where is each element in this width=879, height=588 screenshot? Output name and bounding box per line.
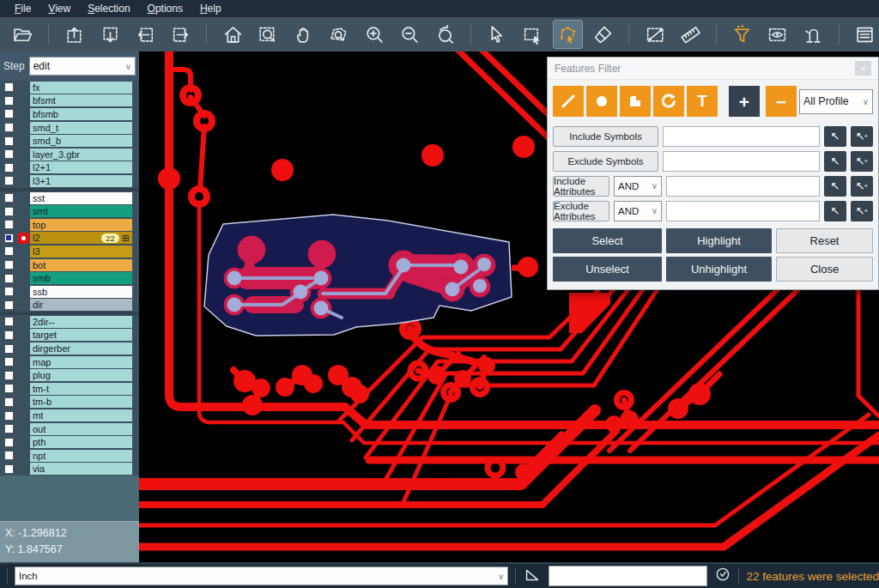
filter-shape-surface-icon[interactable]	[620, 86, 651, 117]
layer-checkbox[interactable]	[4, 330, 14, 340]
step-select[interactable]: edit ∨	[29, 57, 136, 76]
send-right-icon[interactable]	[167, 21, 195, 48]
layer-checkbox[interactable]	[4, 287, 14, 296]
select-button[interactable]: Select	[553, 228, 662, 253]
layer-checkbox[interactable]	[4, 451, 14, 460]
layer-checkbox[interactable]	[4, 397, 14, 407]
panel-list-icon[interactable]	[851, 21, 879, 48]
snap-magnet-icon[interactable]	[799, 21, 827, 48]
layer-checkbox[interactable]	[4, 207, 14, 216]
zoom-in-icon[interactable]	[361, 21, 389, 48]
send-left-icon[interactable]	[131, 21, 160, 48]
layer-name-smb[interactable]: smb	[30, 272, 132, 284]
home-view-icon[interactable]	[218, 21, 246, 48]
layer-checkbox[interactable]	[4, 344, 14, 354]
layer-name-tm-b[interactable]: tm-b	[30, 396, 132, 408]
include-attributes-input[interactable]	[666, 176, 820, 197]
layer-checkbox[interactable]	[4, 193, 14, 203]
view-options-icon[interactable]	[763, 21, 791, 48]
exclude-attributes-pick-icon[interactable]: ↖	[824, 201, 846, 221]
layer-name-sst[interactable]: sst	[30, 192, 132, 204]
brush-icon[interactable]	[589, 21, 617, 48]
include-attributes-pick-icon[interactable]: ↖	[824, 176, 846, 197]
layer-checkbox[interactable]	[4, 220, 14, 229]
measure-distance-icon[interactable]	[640, 21, 669, 48]
filter-shape-text-icon[interactable]: T	[687, 86, 718, 117]
layer-checkbox[interactable]	[4, 424, 14, 433]
layer-name-l2+1[interactable]: l2+1	[30, 161, 132, 173]
layer-name-l3+1[interactable]: l3+1	[30, 175, 132, 187]
refresh-status-icon[interactable]	[714, 566, 731, 586]
exclude-symbols-input[interactable]	[663, 151, 820, 172]
layer-checkbox[interactable]	[4, 96, 14, 106]
profile-select[interactable]: All Profile∨	[799, 89, 873, 114]
unit-select[interactable]: Inch ∨	[15, 567, 508, 585]
layer-name-ssb[interactable]: ssb	[30, 286, 132, 298]
layer-checkbox[interactable]	[4, 136, 14, 146]
layer-checkbox[interactable]	[4, 233, 14, 243]
layer-name-l3[interactable]: l3	[30, 246, 132, 258]
include-symbols-pick-icon[interactable]: ↖	[824, 126, 846, 147]
dialog-title-bar[interactable]: Features Filter ×	[548, 58, 878, 80]
exclude-symbols-pick-add-icon[interactable]: ↖+	[851, 151, 873, 172]
zoom-area-icon[interactable]	[254, 21, 282, 48]
menu-help[interactable]: Help	[192, 1, 229, 16]
layer-checkbox[interactable]	[4, 371, 14, 380]
layer-name-mt[interactable]: mt	[30, 409, 132, 421]
layer-name-smt[interactable]: smt	[30, 205, 132, 217]
layer-checkbox[interactable]	[4, 357, 14, 367]
corner-angle-icon[interactable]	[523, 565, 542, 587]
menu-view[interactable]: View	[40, 1, 78, 16]
layer-checkbox[interactable]	[4, 260, 14, 270]
reset-button[interactable]: Reset	[776, 228, 873, 253]
layer-checkbox[interactable]	[4, 438, 14, 447]
include-symbols-input[interactable]	[663, 126, 820, 147]
layer-name-bfsmb[interactable]: bfsmb	[30, 108, 132, 120]
close-icon[interactable]: ×	[855, 61, 871, 76]
include-symbols-pick-add-icon[interactable]: ↖+	[851, 126, 873, 147]
layer-name-smd_t[interactable]: smd_t	[30, 122, 132, 134]
send-down-icon[interactable]	[96, 21, 124, 48]
zoom-polygon-icon[interactable]	[324, 21, 353, 48]
layer-name-fx[interactable]: fx	[30, 82, 132, 94]
grid-icon[interactable]: ⊞	[122, 232, 130, 244]
layer-name-bfsmt[interactable]: bfsmt	[30, 94, 132, 106]
layer-name-tm-t[interactable]: tm-t	[30, 383, 132, 395]
command-input[interactable]	[549, 566, 707, 586]
layer-name-smd_b[interactable]: smd_b	[30, 135, 132, 147]
layer-checkbox[interactable]	[4, 82, 14, 92]
layer-name-target[interactable]: target	[30, 329, 132, 341]
layer-checkbox[interactable]	[4, 149, 14, 159]
layer-checkbox[interactable]	[4, 123, 14, 132]
exclude-symbols-button[interactable]: Exclude Symbols	[553, 151, 658, 172]
close-button[interactable]: Close	[776, 257, 873, 282]
send-up-icon[interactable]	[60, 21, 88, 48]
layer-name-npt[interactable]: npt	[30, 450, 132, 462]
polygon-select-icon[interactable]	[554, 21, 582, 48]
layer-name-pth[interactable]: pth	[30, 436, 132, 448]
zoom-out-icon[interactable]	[396, 21, 424, 48]
unselect-button[interactable]: Unselect	[553, 257, 662, 282]
menu-options[interactable]: Options	[140, 1, 191, 16]
layer-checkbox[interactable]	[4, 274, 14, 283]
exclude-attributes-pick-add-icon[interactable]: ↖+	[851, 201, 873, 221]
layer-name-dir[interactable]: dir	[30, 299, 132, 311]
polarity-positive-button[interactable]: +	[729, 86, 760, 117]
filter-shape-line-icon[interactable]	[553, 86, 584, 117]
layer-checkbox[interactable]	[4, 300, 14, 310]
layer-name-dirgerber[interactable]: dirgerber	[30, 342, 132, 355]
exclude-symbols-pick-icon[interactable]: ↖	[824, 151, 846, 172]
layer-checkbox[interactable]	[4, 317, 14, 326]
layer-checkbox[interactable]	[4, 163, 14, 173]
layer-name-out[interactable]: out	[30, 423, 132, 435]
layer-name-map[interactable]: map	[30, 356, 132, 368]
menu-selection[interactable]: Selection	[80, 1, 137, 16]
exclude-attributes-button[interactable]: Exclude Attributes	[553, 201, 609, 221]
rect-select-icon[interactable]	[518, 21, 547, 48]
unhighlight-button[interactable]: Unhighlight	[666, 257, 772, 282]
open-folder-icon[interactable]	[9, 21, 37, 48]
layer-name-bot[interactable]: bot	[30, 259, 132, 271]
layer-checkbox[interactable]	[4, 411, 14, 421]
layer-name-2dir--[interactable]: 2dir--	[30, 316, 132, 328]
layer-checkbox[interactable]	[4, 109, 14, 118]
